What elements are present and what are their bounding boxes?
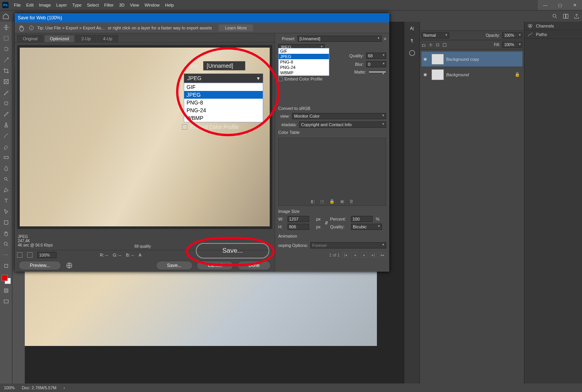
menu-select[interactable]: Select	[87, 3, 99, 7]
arrange-icon[interactable]	[563, 13, 569, 19]
link-icon[interactable]: ⇵	[325, 221, 329, 226]
search-icon[interactable]	[552, 13, 558, 19]
gradient-tool[interactable]	[2, 153, 11, 162]
layer-name[interactable]: Background	[446, 72, 515, 77]
slice-toggle-b[interactable]	[27, 252, 33, 258]
done-button[interactable]: Done	[237, 261, 271, 270]
format-dropdown-list[interactable]: GIF JPEG PNG-8 PNG-24 WBMP	[278, 48, 329, 76]
type-tool[interactable]	[2, 197, 11, 205]
tab-2up[interactable]: 2-Up	[75, 35, 96, 42]
eraser-tool[interactable]	[2, 142, 11, 151]
layer-row[interactable]: ◉ Background copy	[421, 51, 522, 67]
format-option-png24[interactable]: PNG-24	[279, 65, 329, 70]
menu-help[interactable]: Help	[165, 3, 174, 7]
save-button[interactable]: Save...	[156, 261, 193, 270]
first-frame-button[interactable]: |◂	[342, 252, 349, 258]
layer-row[interactable]: ◉ Background 🔒	[421, 67, 522, 82]
format-option-png8[interactable]: PNG-8	[279, 59, 329, 65]
ct-map-icon[interactable]: ◧	[311, 199, 315, 204]
cancel-button[interactable]: Cancel	[197, 261, 233, 270]
matte-swatch[interactable]	[368, 71, 386, 73]
lock-artboard-icon[interactable]	[442, 43, 447, 47]
format-option-gif[interactable]: GIF	[279, 48, 329, 54]
menu-3d[interactable]: 3D	[119, 3, 125, 7]
next-frame-button[interactable]: ▸|	[370, 252, 377, 258]
preset-select[interactable]: [Unnamed]	[298, 36, 382, 42]
previewcolor-select[interactable]: Monitor Color	[292, 113, 386, 119]
preview-image-area[interactable]	[17, 45, 272, 229]
pen-tool[interactable]	[2, 186, 11, 194]
zoom-tool[interactable]	[2, 240, 11, 248]
preset-menu-icon[interactable]: ≡	[384, 36, 386, 41]
layer-name[interactable]: Background copy	[446, 57, 522, 62]
paths-tab[interactable]: Paths	[524, 30, 582, 39]
blur-tool[interactable]	[2, 164, 11, 173]
heal-tool[interactable]	[2, 99, 11, 108]
resample-select[interactable]: Bicubic	[351, 224, 382, 230]
zoom-input[interactable]	[37, 252, 56, 258]
learn-more-button[interactable]: Learn More	[219, 24, 253, 31]
edit-toolbar[interactable]	[2, 262, 11, 270]
color-panel-icon[interactable]	[408, 49, 416, 57]
tab-4up[interactable]: 4-Up	[97, 35, 118, 42]
width-input[interactable]	[288, 216, 309, 222]
character-panel-icon[interactable]: A|	[408, 24, 416, 33]
ct-trash-icon[interactable]: 🗑	[349, 199, 354, 204]
format-option-jpeg[interactable]: JPEG	[279, 54, 329, 59]
play-button[interactable]: ▸	[361, 252, 368, 258]
maximize-button[interactable]: ▢	[553, 0, 567, 10]
ct-cube-icon[interactable]: ◳	[320, 199, 324, 204]
stamp-tool[interactable]	[2, 121, 11, 129]
history-brush-tool[interactable]	[2, 132, 11, 140]
dodge-tool[interactable]	[2, 175, 11, 183]
hand-icon[interactable]	[18, 24, 26, 32]
more-tools[interactable]: ⋯	[2, 251, 11, 259]
ct-lock-icon[interactable]: 🔒	[329, 199, 335, 204]
percent-input[interactable]	[351, 216, 373, 222]
blend-mode[interactable]: Normal	[421, 33, 449, 38]
path-select-tool[interactable]	[2, 207, 11, 216]
prev-frame-button[interactable]: ◂	[351, 252, 358, 258]
crop-tool[interactable]	[2, 67, 11, 75]
menu-layer[interactable]: Layer	[56, 3, 67, 7]
quality-value[interactable]: 68	[366, 53, 386, 59]
status-arrow[interactable]: ›	[63, 385, 65, 390]
paragraph-panel-icon[interactable]: ¶	[408, 36, 416, 45]
embed-color-profile-check[interactable]: Embed Color Profile	[278, 77, 386, 81]
menu-view[interactable]: View	[130, 3, 139, 7]
frame-tool[interactable]	[2, 77, 11, 86]
screenmode-toggle[interactable]	[2, 297, 11, 306]
lock-all-icon[interactable]	[421, 43, 426, 47]
menu-edit[interactable]: Edit	[26, 3, 34, 7]
status-zoom[interactable]: 100%	[4, 385, 15, 390]
last-frame-button[interactable]: ▸▸	[379, 252, 386, 258]
wand-tool[interactable]	[2, 56, 11, 64]
menu-image[interactable]: Image	[39, 3, 51, 7]
lock-pixel-icon[interactable]	[435, 43, 440, 47]
tab-original[interactable]: Original	[17, 35, 43, 42]
shape-tool[interactable]	[2, 218, 11, 227]
blur-value[interactable]: 0	[366, 61, 386, 67]
ct-new-icon[interactable]: ▣	[340, 199, 344, 204]
marquee-tool[interactable]	[2, 34, 11, 43]
visibility-toggle[interactable]: ◉	[421, 56, 429, 62]
color-swatches[interactable]	[2, 275, 11, 284]
eyedropper-tool[interactable]	[2, 88, 11, 97]
hand-tool[interactable]	[2, 229, 11, 238]
menu-filter[interactable]: Filter	[104, 3, 113, 7]
menu-type[interactable]: Type	[72, 3, 82, 7]
visibility-toggle[interactable]: ◉	[421, 72, 429, 77]
close-button[interactable]: ✕	[567, 0, 582, 10]
move-tool[interactable]	[2, 23, 11, 32]
opacity-value[interactable]: 100%	[502, 33, 522, 38]
share-icon[interactable]	[573, 13, 580, 19]
minimize-button[interactable]: —	[538, 0, 553, 10]
tab-optimized[interactable]: Optimized	[44, 35, 75, 42]
brush-tool[interactable]	[2, 110, 11, 118]
browser-preview-icon[interactable]	[66, 262, 73, 269]
quickmask-toggle[interactable]	[2, 286, 11, 295]
lock-pos-icon[interactable]	[428, 43, 433, 47]
fill-value[interactable]: 100%	[502, 42, 522, 48]
metadata-select[interactable]: Copyright and Contact Info	[299, 122, 386, 128]
lasso-tool[interactable]	[2, 45, 11, 53]
